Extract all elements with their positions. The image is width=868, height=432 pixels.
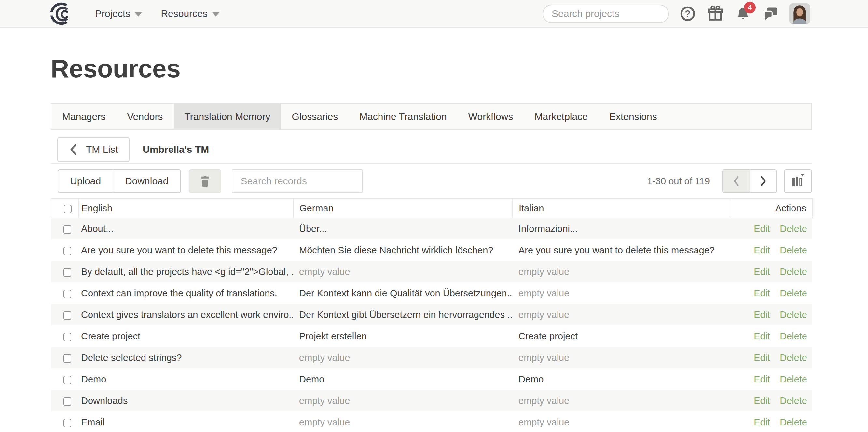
delete-link[interactable]: Delete bbox=[780, 417, 807, 427]
cell-german: Der Kontext kann die Qualität von Überse… bbox=[293, 283, 513, 304]
edit-link[interactable]: Edit bbox=[754, 396, 770, 406]
messages-button[interactable] bbox=[762, 5, 779, 23]
edit-link[interactable]: Edit bbox=[754, 288, 770, 298]
delete-selected-button[interactable] bbox=[189, 169, 221, 193]
edit-link[interactable]: Edit bbox=[754, 417, 770, 427]
row-checkbox[interactable] bbox=[63, 376, 71, 384]
row-checkbox[interactable] bbox=[63, 225, 71, 234]
tm-name: Umbrella's TM bbox=[143, 144, 209, 155]
cell-english: Downloads bbox=[79, 390, 293, 411]
search-records-input[interactable] bbox=[232, 176, 362, 187]
cell-english: Context gives translators an excellent w… bbox=[79, 304, 293, 325]
edit-link[interactable]: Edit bbox=[754, 224, 770, 234]
cell-english: Email bbox=[79, 411, 293, 432]
table-row: Context can improve the quality of trans… bbox=[51, 283, 812, 304]
cell-german: Projekt erstellen bbox=[293, 325, 513, 347]
toolbar-right: 1-30 out of 119 bbox=[647, 169, 812, 193]
row-checkbox[interactable] bbox=[63, 397, 71, 406]
column-header-actions: Actions bbox=[730, 198, 812, 218]
tab-translation-memory[interactable]: Translation Memory bbox=[174, 104, 281, 129]
avatar[interactable] bbox=[789, 3, 810, 24]
tab-machine-translation[interactable]: Machine Translation bbox=[348, 104, 457, 129]
edit-link[interactable]: Edit bbox=[754, 245, 770, 255]
app-logo[interactable] bbox=[50, 2, 73, 25]
delete-link[interactable]: Delete bbox=[780, 266, 807, 277]
gifts-button[interactable] bbox=[707, 5, 724, 23]
notifications-button[interactable]: 4 bbox=[734, 5, 752, 23]
chevron-left-icon bbox=[732, 176, 740, 187]
chevron-down-icon bbox=[212, 12, 219, 17]
chat-icon bbox=[762, 5, 779, 22]
table-row: About... Über... Informazioni... Edit De… bbox=[51, 218, 812, 239]
search-projects-input[interactable] bbox=[552, 8, 677, 19]
delete-link[interactable]: Delete bbox=[780, 310, 807, 320]
chevron-left-icon bbox=[69, 143, 78, 156]
table-row: By default, all the projects have <g id=… bbox=[51, 261, 812, 283]
row-checkbox[interactable] bbox=[63, 247, 71, 255]
delete-link[interactable]: Delete bbox=[780, 331, 807, 341]
table-row: Demo Demo Demo Edit Delete bbox=[51, 369, 812, 390]
tab-workflows[interactable]: Workflows bbox=[458, 104, 524, 129]
prev-page-button[interactable] bbox=[723, 170, 749, 192]
delete-link[interactable]: Delete bbox=[780, 288, 807, 298]
upload-button[interactable]: Upload bbox=[58, 170, 113, 192]
svg-text:?: ? bbox=[685, 8, 691, 19]
cell-english: By default, all the projects have <g id=… bbox=[79, 261, 293, 283]
edit-link[interactable]: Edit bbox=[754, 310, 770, 320]
select-all-checkbox[interactable] bbox=[64, 205, 71, 213]
pagination bbox=[722, 169, 777, 193]
tm-header-row: TM List Umbrella's TM bbox=[51, 137, 812, 162]
records-range: 1-30 out of 119 bbox=[647, 176, 710, 187]
tab-marketplace[interactable]: Marketplace bbox=[524, 104, 598, 129]
delete-link[interactable]: Delete bbox=[780, 245, 807, 255]
cell-english: Create project bbox=[79, 325, 293, 347]
row-checkbox[interactable] bbox=[63, 268, 71, 277]
column-header-italian: Italian bbox=[513, 198, 730, 218]
delete-link[interactable]: Delete bbox=[780, 224, 807, 234]
delete-link[interactable]: Delete bbox=[780, 374, 807, 384]
table-row: Email empty value empty value Edit Delet… bbox=[51, 411, 812, 432]
tab-managers[interactable]: Managers bbox=[52, 104, 116, 129]
cell-italian: Demo bbox=[513, 369, 730, 390]
nav-item-projects[interactable]: Projects bbox=[95, 8, 142, 19]
next-page-button[interactable] bbox=[749, 170, 776, 192]
edit-link[interactable]: Edit bbox=[754, 331, 770, 341]
back-to-tm-list-button[interactable]: TM List bbox=[57, 137, 129, 162]
table-header-row: English German Italian Actions bbox=[51, 198, 812, 218]
columns-icon bbox=[791, 174, 805, 188]
cell-german: Möchten Sie diese Nachricht wirklich lös… bbox=[293, 239, 513, 261]
cell-german: empty value bbox=[293, 411, 513, 432]
edit-link[interactable]: Edit bbox=[754, 352, 770, 363]
help-button[interactable]: ? bbox=[679, 5, 696, 23]
top-nav: Projects Resources ? bbox=[0, 0, 868, 28]
section-divider bbox=[51, 163, 812, 164]
cell-german: empty value bbox=[293, 347, 513, 369]
edit-link[interactable]: Edit bbox=[754, 374, 770, 384]
search-records bbox=[232, 169, 363, 193]
tab-extensions[interactable]: Extensions bbox=[598, 104, 668, 129]
row-checkbox[interactable] bbox=[63, 419, 71, 427]
edit-link[interactable]: Edit bbox=[754, 266, 770, 277]
manage-columns-button[interactable] bbox=[784, 169, 812, 193]
download-button[interactable]: Download bbox=[113, 170, 180, 192]
row-checkbox[interactable] bbox=[63, 333, 71, 341]
cell-german: empty value bbox=[293, 390, 513, 411]
nav-item-resources[interactable]: Resources bbox=[161, 8, 219, 19]
row-checkbox[interactable] bbox=[63, 311, 71, 320]
column-header-german: German bbox=[293, 198, 513, 218]
tm-records-table: English German Italian Actions About... … bbox=[51, 198, 813, 432]
tab-vendors[interactable]: Vendors bbox=[116, 104, 174, 129]
cell-italian: empty value bbox=[513, 283, 730, 304]
cell-italian: empty value bbox=[513, 390, 730, 411]
search-projects bbox=[542, 5, 669, 23]
row-checkbox[interactable] bbox=[63, 290, 71, 298]
row-checkbox[interactable] bbox=[63, 354, 71, 363]
delete-link[interactable]: Delete bbox=[780, 352, 807, 363]
tab-glossaries[interactable]: Glossaries bbox=[281, 104, 348, 129]
cell-italian: empty value bbox=[513, 347, 730, 369]
cell-italian: Are you sure you want to delete this mes… bbox=[513, 239, 730, 261]
delete-link[interactable]: Delete bbox=[780, 396, 807, 406]
column-header-english: English bbox=[79, 198, 293, 218]
cell-english: Delete selected strings? bbox=[79, 347, 293, 369]
cell-german: Der Kontext gibt Übersetzern ein hervorr… bbox=[293, 304, 513, 325]
